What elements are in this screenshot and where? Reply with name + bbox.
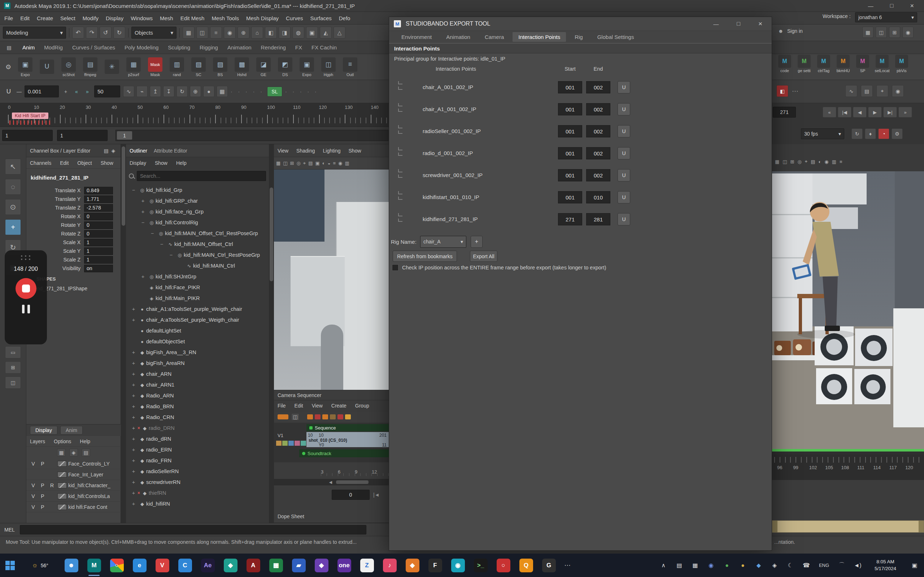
menu-item[interactable]: Select [60,13,76,23]
sequencer-frame-field[interactable]: 0 [332,490,370,500]
interaction-point-name[interactable]: kidhifistart_001_010_IP [423,194,479,200]
taskbar-app-icon[interactable]: Q [515,554,538,577]
taskbar-app-icon[interactable]: C [174,554,196,577]
right-viewport-icon[interactable]: ◉ [824,159,828,164]
shelf-button[interactable]: ▨ BS [209,57,231,77]
node-name[interactable]: chair_A1:aToolsSet_purple_Weigth_chair [146,306,242,312]
node-name[interactable]: kid_hifi:kid_Grp [146,187,182,193]
node-name[interactable]: chair_ARN1 [146,382,174,388]
channel-box-menu[interactable]: Edit [60,160,69,166]
expand-toggle-icon[interactable]: + [139,198,147,204]
layer-playback-flag[interactable]: P [39,504,47,510]
toolbar-icon[interactable]: ⌂ [251,27,263,39]
start-frame-field[interactable]: 001 [558,81,582,93]
end-frame-field[interactable]: 002 [586,125,611,137]
taskbar-app-icon[interactable]: e [128,554,151,577]
expand-toggle-icon[interactable]: + [129,360,137,366]
outliner-item[interactable]: ● defaultLightSet [126,325,269,336]
shelf-button[interactable]: ◎ scShot [58,57,79,77]
right-time-ruler[interactable]: 9699102105108111114117120 [772,455,924,480]
current-frame-field[interactable]: 271 [773,107,796,118]
channelbox-anim-icon[interactable]: ◈ [110,147,117,154]
node-name[interactable]: kid_hifi:face_rig_Grp [155,209,204,214]
end-frame-field[interactable]: 002 [586,81,611,93]
layer-editor-menu[interactable]: Options [54,438,71,444]
outliner-search-input[interactable] [137,171,266,181]
layer-name[interactable]: kid_hifi:ControlsLa [68,493,110,499]
lens-icon[interactable]: ◉ [892,85,904,97]
right-shelf-button[interactable]: M pbVis [892,55,911,73]
interaction-point-name[interactable]: chair_A_001_002_IP [423,84,473,90]
node-name[interactable]: radio_ERN [146,447,172,453]
toolbar-icon[interactable]: ↷ [86,27,98,39]
shelf-tab[interactable]: Anim [23,44,35,50]
outliner-item[interactable]: + ◆ bigFish_AreaRN [126,358,269,369]
paint-bucket-icon[interactable]: ◧ [776,85,788,97]
viewport-toolbar-icon[interactable]: ≡ [333,161,336,166]
taskbar-app-icon[interactable]: Z [355,554,378,577]
tray-icon[interactable]: ◈ [767,562,782,569]
node-name[interactable]: screwdriverRN [146,479,181,485]
playback-button[interactable]: ▶| [883,107,897,118]
expand-toggle-icon[interactable]: + [129,501,137,507]
weather-widget[interactable]: ☼ 56° [20,561,60,569]
attribute-value-field[interactable]: 1 [84,239,113,246]
outliner-menu[interactable]: Help [176,160,187,166]
menu-item[interactable]: Display [106,13,123,23]
sequencer-chip-icon[interactable] [322,414,328,419]
anim-toolbar-icon[interactable]: ↧ [163,86,174,97]
taskbar-app-icon[interactable]: M [82,554,105,577]
attribute-value-field[interactable]: 0 [84,230,113,238]
selected-object-name[interactable]: kidhifiend_271_281_IP [31,174,89,181]
right-viewport-icon[interactable]: ▥ [832,159,836,164]
right-range-slider[interactable] [772,521,924,533]
tray-icon[interactable]: ◆ [751,562,767,569]
anim-toolbar-icon[interactable]: ∿ [123,86,134,97]
dialog-tab[interactable]: Rig [569,32,589,42]
toolbar-icon[interactable]: ▦ [183,27,195,39]
export-all-button[interactable]: Export All [470,251,498,262]
attribute-value-field[interactable]: 1 [84,247,113,255]
menu-item[interactable]: Curves [286,13,303,23]
taskbar-app-icon[interactable]: ▦ [265,554,287,577]
update-button[interactable]: U [617,169,630,181]
new-anim-layer-icon[interactable]: ▤ [82,449,90,456]
jump-left-icon[interactable]: « [73,88,81,95]
node-name[interactable]: chair_A:aToolsSet_purple_Weigth_chair [146,317,239,323]
end-frame-field[interactable]: 281 [586,213,611,226]
outliner-item[interactable]: − ◎ kid_hifi:MAIN_Offset_Ctrl_RestPoseGr… [126,228,269,239]
outliner-tab[interactable]: Outliner [129,148,147,154]
node-name[interactable]: kid_hifi:MAIN_Offset_Ctrl_RestPoseGrp [165,230,258,236]
attribute-value-field[interactable]: 0 [84,221,113,229]
taskbar-app-icon[interactable]: >_ [469,554,492,577]
tray-icon[interactable]: ● [735,562,751,569]
shelf-tab[interactable]: Rendering [261,44,286,50]
node-name[interactable]: kid_hifi:Main_PIKR [155,295,200,301]
check-ip-checkbox[interactable] [392,264,399,271]
viewport-menu[interactable]: Shading [296,148,315,154]
menu-item[interactable]: Mesh Tools [212,13,239,23]
taskbar-app-icon[interactable]: F [424,554,446,577]
expand-toggle-icon[interactable]: + [129,371,137,377]
layer-editor-tab[interactable]: Anim [60,426,82,435]
layer-name[interactable]: kid hifi:Face Cont [68,504,107,510]
toolbox-tool[interactable]: ◌ [5,179,21,195]
layer-editor-menu[interactable]: Layers [30,438,45,444]
expand-toggle-icon[interactable]: − [129,187,137,193]
menu-item[interactable]: Edit Mesh [181,13,205,23]
section-header[interactable]: Interaction Points [389,43,772,53]
menu-set-dropdown[interactable]: Modeling▾ [3,27,66,39]
dope-sheet-bar[interactable]: Dope Sheet [274,510,389,523]
node-name[interactable]: bigFish_AreaRN [146,360,184,366]
right-shelf-button[interactable]: M bkmHU [834,55,853,73]
sequencer-chip-icon[interactable] [345,414,351,419]
interaction-point-name[interactable]: radio_d_001_002_IP [423,150,473,156]
right-shelf-button[interactable]: M code [775,55,795,73]
outliner-item[interactable]: + ◆ radio_ERN [126,444,269,455]
playback-button[interactable]: « [822,107,836,118]
layer-row[interactable]: V P kid hifi:Face Cont [26,501,121,513]
dialog-titlebar[interactable]: M STUDIOBANDO EXPORT TOOL — □ × [389,17,772,31]
attribute-value-field[interactable]: 0 [84,213,113,220]
sequencer-go-start-icon[interactable]: |◄ [373,492,380,498]
frame-step-field[interactable]: 50 [94,85,120,97]
